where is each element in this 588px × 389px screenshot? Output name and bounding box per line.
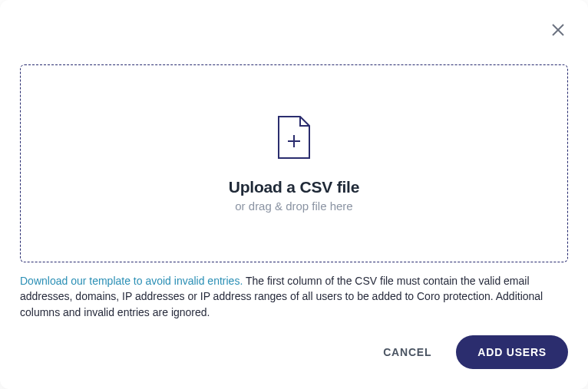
cancel-button[interactable]: CANCEL <box>377 338 438 366</box>
helper-text: Download our template to avoid invalid e… <box>20 273 568 320</box>
file-plus-icon <box>276 115 312 160</box>
download-template-link[interactable]: Download our template to avoid invalid e… <box>20 275 243 287</box>
csv-dropzone[interactable]: Upload a CSV file or drag & drop file he… <box>20 64 568 262</box>
add-users-button[interactable]: ADD USERS <box>456 335 568 369</box>
dropzone-subtitle: or drag & drop file here <box>235 199 352 213</box>
close-icon <box>551 23 565 37</box>
modal-actions: CANCEL ADD USERS <box>20 320 568 369</box>
dropzone-title: Upload a CSV file <box>229 178 359 196</box>
close-button[interactable] <box>550 21 567 38</box>
upload-users-modal: Upload a CSV file or drag & drop file he… <box>0 0 588 389</box>
